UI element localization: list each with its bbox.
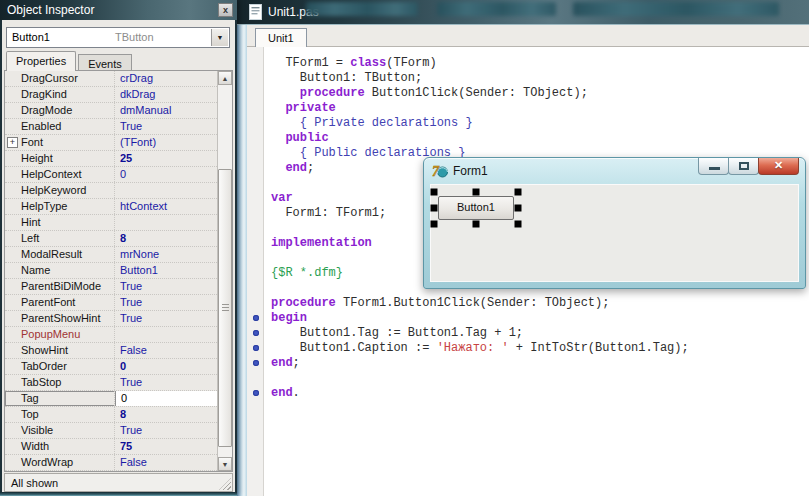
property-row-dragmode[interactable]: DragModedmManual bbox=[5, 103, 217, 119]
property-row-font[interactable]: +Font(TFont) bbox=[5, 135, 217, 151]
property-row-popupmenu[interactable]: PopupMenu bbox=[5, 327, 217, 343]
form-designer-window[interactable]: 7 Form1 ✕ Button1 bbox=[423, 157, 806, 289]
code-line[interactable]: TForm1 = class(TForm) bbox=[271, 56, 809, 71]
scrollbar-thumb[interactable] bbox=[218, 169, 232, 447]
editor-gutter[interactable] bbox=[247, 47, 264, 496]
property-row-parentfont[interactable]: ParentFontTrue bbox=[5, 295, 217, 311]
inspector-scrollbar[interactable]: ▲ ▼ bbox=[217, 71, 232, 471]
property-value[interactable] bbox=[115, 327, 217, 342]
scroll-up-button[interactable]: ▲ bbox=[218, 71, 232, 85]
code-line[interactable]: Button1: TButton; bbox=[271, 71, 809, 86]
property-value[interactable]: True bbox=[115, 279, 217, 294]
code-line[interactable] bbox=[271, 371, 809, 386]
property-value[interactable]: 8 bbox=[115, 407, 217, 422]
property-row-enabled[interactable]: EnabledTrue bbox=[5, 119, 217, 135]
property-value[interactable]: True bbox=[115, 311, 217, 326]
code-token: { Private declarations } bbox=[271, 116, 473, 130]
compiled-line-dot-icon bbox=[253, 315, 259, 321]
code-line[interactable]: Button1.Caption := 'Нажато: ' + IntToStr… bbox=[271, 341, 809, 356]
property-value[interactable] bbox=[115, 183, 217, 198]
property-row-tag[interactable]: Tag0 bbox=[5, 391, 217, 407]
maximize-button[interactable] bbox=[728, 158, 759, 175]
property-row-hint[interactable]: Hint bbox=[5, 215, 217, 231]
tab-events[interactable]: Events bbox=[78, 54, 132, 71]
code-line[interactable]: end; bbox=[271, 356, 809, 371]
close-button[interactable]: ✕ bbox=[758, 158, 799, 175]
resize-grip-icon[interactable] bbox=[219, 478, 231, 490]
property-row-showhint[interactable]: ShowHintFalse bbox=[5, 343, 217, 359]
selection-handle[interactable] bbox=[431, 221, 438, 228]
property-row-helpcontext[interactable]: HelpContext0 bbox=[5, 167, 217, 183]
property-name: TabOrder bbox=[5, 359, 115, 374]
property-value[interactable]: 0 bbox=[115, 167, 217, 182]
code-line[interactable]: private bbox=[271, 101, 809, 116]
property-value[interactable]: 8 bbox=[115, 231, 217, 246]
property-name: WordWrap bbox=[5, 455, 115, 470]
property-row-height[interactable]: Height25 bbox=[5, 151, 217, 167]
property-value[interactable]: True bbox=[115, 423, 217, 438]
tab-properties[interactable]: Properties bbox=[6, 51, 76, 71]
property-value[interactable]: (TFont) bbox=[115, 135, 217, 150]
selection-handle[interactable] bbox=[431, 205, 438, 212]
blurred-background-tab bbox=[437, 2, 556, 16]
property-row-tabstop[interactable]: TabStopTrue bbox=[5, 375, 217, 391]
form-client-area[interactable]: Button1 bbox=[430, 184, 799, 282]
selection-handle[interactable] bbox=[473, 189, 480, 196]
property-row-wordwrap[interactable]: WordWrapFalse bbox=[5, 455, 217, 471]
property-value[interactable]: crDrag bbox=[115, 71, 217, 86]
property-value[interactable]: mrNone bbox=[115, 247, 217, 262]
editor-titlebar[interactable]: Unit1.pas bbox=[237, 0, 809, 25]
property-row-width[interactable]: Width75 bbox=[5, 439, 217, 455]
code-token: + IntToStr(Button1.Tag); bbox=[509, 341, 689, 355]
property-value[interactable]: htContext bbox=[115, 199, 217, 214]
inspector-close-button[interactable]: x bbox=[218, 3, 233, 17]
property-row-visible[interactable]: VisibleTrue bbox=[5, 423, 217, 439]
property-row-dragkind[interactable]: DragKinddkDrag bbox=[5, 87, 217, 103]
property-value[interactable]: Button1 bbox=[115, 263, 217, 278]
property-value[interactable]: False bbox=[115, 343, 217, 358]
expand-plus-icon[interactable]: + bbox=[7, 137, 18, 148]
inspector-titlebar[interactable]: Object Inspector x bbox=[0, 0, 237, 20]
selection-handle[interactable] bbox=[515, 189, 522, 196]
window-glass-border bbox=[237, 25, 247, 496]
minimize-button[interactable] bbox=[698, 158, 729, 175]
combo-dropdown-button[interactable]: ▼ bbox=[211, 29, 228, 46]
property-value-editor[interactable]: 0 bbox=[115, 391, 217, 406]
object-selector-combo[interactable]: Button1 TButton ▼ bbox=[6, 27, 230, 48]
code-line[interactable]: procedure Button1Click(Sender: TObject); bbox=[271, 86, 809, 101]
code-line[interactable]: end. bbox=[271, 386, 809, 401]
property-row-dragcursor[interactable]: DragCursorcrDrag bbox=[5, 71, 217, 87]
tab-unit1[interactable]: Unit1 bbox=[255, 28, 307, 48]
code-line[interactable]: procedure TForm1.Button1Click(Sender: TO… bbox=[271, 296, 809, 311]
property-value[interactable]: dkDrag bbox=[115, 87, 217, 102]
designed-button1[interactable]: Button1 bbox=[438, 196, 514, 220]
property-value[interactable]: 0 bbox=[115, 359, 217, 374]
selection-handle[interactable] bbox=[515, 221, 522, 228]
property-row-helpkeyword[interactable]: HelpKeyword bbox=[5, 183, 217, 199]
compiled-line-dot-icon bbox=[253, 345, 259, 351]
selection-handle[interactable] bbox=[515, 205, 522, 212]
code-line[interactable]: begin bbox=[271, 311, 809, 326]
code-line[interactable]: public bbox=[271, 131, 809, 146]
property-row-left[interactable]: Left8 bbox=[5, 231, 217, 247]
code-line[interactable]: Button1.Tag := Button1.Tag + 1; bbox=[271, 326, 809, 341]
property-row-name[interactable]: NameButton1 bbox=[5, 263, 217, 279]
property-value[interactable]: dmManual bbox=[115, 103, 217, 118]
property-row-taborder[interactable]: TabOrder0 bbox=[5, 359, 217, 375]
property-row-top[interactable]: Top8 bbox=[5, 407, 217, 423]
property-row-parentbidimode[interactable]: ParentBiDiModeTrue bbox=[5, 279, 217, 295]
property-row-helptype[interactable]: HelpTypehtContext bbox=[5, 199, 217, 215]
property-row-parentshowhint[interactable]: ParentShowHintTrue bbox=[5, 311, 217, 327]
property-row-modalresult[interactable]: ModalResultmrNone bbox=[5, 247, 217, 263]
selection-handle[interactable] bbox=[473, 221, 480, 228]
property-value[interactable]: True bbox=[115, 375, 217, 390]
selection-handle[interactable] bbox=[431, 189, 438, 196]
scroll-down-button[interactable]: ▼ bbox=[218, 457, 232, 471]
property-value[interactable]: 25 bbox=[115, 151, 217, 166]
code-line[interactable]: { Private declarations } bbox=[271, 116, 809, 131]
property-value[interactable] bbox=[115, 215, 217, 230]
property-value[interactable]: True bbox=[115, 119, 217, 134]
property-value[interactable]: False bbox=[115, 455, 217, 470]
property-value[interactable]: True bbox=[115, 295, 217, 310]
property-value[interactable]: 75 bbox=[115, 439, 217, 454]
